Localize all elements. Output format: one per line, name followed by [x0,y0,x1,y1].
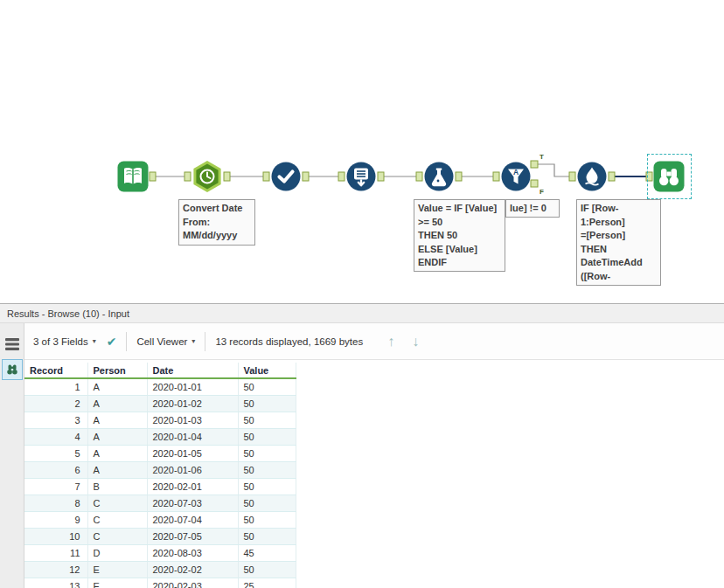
table-row[interactable]: 13E2020-02-0325 [24,578,296,588]
rows-icon [5,338,19,350]
record-cell[interactable]: 13 [24,578,87,588]
table-cell[interactable]: A [87,446,147,462]
table-cell[interactable]: E [87,578,147,588]
table-cell[interactable]: A [87,429,147,446]
filter-false-output-label: F [540,188,544,196]
table-row[interactable]: 5A2020-01-0550 [24,446,296,462]
results-sidebar [0,323,24,588]
workflow-canvas[interactable]: T F [0,0,724,303]
svg-text:A: A [513,168,519,176]
column-header-date[interactable]: Date [147,363,238,378]
table-cell[interactable]: 50 [238,495,296,512]
tool-filter[interactable]: A [500,161,532,192]
table-cell[interactable]: 2020-02-03 [147,578,238,588]
table-cell[interactable]: 50 [238,529,296,545]
table-cell[interactable]: 2020-01-06 [147,462,238,479]
table-cell[interactable]: 2020-08-03 [147,545,238,562]
fields-dropdown[interactable]: 3 of 3 Fields ▾ [33,336,96,347]
record-cell[interactable]: 6 [24,462,87,479]
tool-sort[interactable] [345,161,377,192]
record-cell[interactable]: 2 [24,396,87,412]
table-cell[interactable]: 2020-01-04 [147,429,238,446]
table-cell[interactable]: E [87,562,147,578]
table-cell[interactable]: 50 [238,378,296,396]
table-row[interactable]: 9C2020-07-0450 [24,512,296,529]
scroll-down-button[interactable]: ↓ [412,334,419,349]
table-cell[interactable]: A [87,412,147,429]
table-row[interactable]: 6A2020-01-0650 [24,462,296,479]
table-cell[interactable]: 50 [238,396,296,412]
multi-row-formula-annotation[interactable]: IF [Row-1:Person] =[Person] THEN DateTim… [576,199,661,286]
tool-input-data[interactable] [117,161,149,192]
apply-check-icon[interactable]: ✔ [107,335,117,349]
table-row[interactable]: 12E2020-02-0250 [24,562,296,578]
column-header-record[interactable]: Record [24,363,87,378]
column-header-person[interactable]: Person [87,363,147,378]
cell-viewer-dropdown[interactable]: Cell Viewer ▾ [136,336,195,347]
datetime-annotation[interactable]: Convert Date From: MM/dd/yyyy [178,199,255,246]
table-cell[interactable]: 2020-01-02 [147,396,238,412]
table-cell[interactable]: 2020-01-05 [147,446,238,462]
multi-row-formula-droplet-icon [576,161,608,192]
table-cell[interactable]: C [87,512,147,529]
scroll-up-button[interactable]: ↑ [387,334,394,349]
filter-annotation[interactable]: lue] != 0 [505,199,560,218]
record-cell[interactable]: 4 [24,429,87,446]
table-cell[interactable]: 45 [238,545,296,562]
table-cell[interactable]: A [87,378,147,396]
table-cell[interactable]: 25 [238,578,296,588]
table-row[interactable]: 1A2020-01-0150 [24,378,296,396]
table-cell[interactable]: 2020-07-03 [147,495,238,512]
table-cell[interactable]: 2020-01-03 [147,412,238,429]
record-cell[interactable]: 8 [24,495,87,512]
table-cell[interactable]: 50 [238,446,296,462]
table-cell[interactable]: C [87,529,147,545]
column-header-value[interactable]: Value [238,363,296,378]
table-row[interactable]: 4A2020-01-0450 [24,429,296,446]
table-row[interactable]: 2A2020-01-0250 [24,396,296,412]
table-cell[interactable]: 50 [238,412,296,429]
datetime-clock-icon [190,159,225,194]
record-cell[interactable]: 3 [24,412,87,429]
table-cell[interactable]: 2020-07-04 [147,512,238,529]
tool-multi-row-formula[interactable] [576,161,608,192]
table-cell[interactable]: 50 [238,512,296,529]
filter-true-output-label: T [540,153,544,161]
table-cell[interactable]: D [87,545,147,562]
browse-view-button[interactable] [2,359,23,380]
table-cell[interactable]: B [87,479,147,495]
table-cell[interactable]: 50 [238,562,296,578]
formula-flask-icon [423,161,455,192]
table-row[interactable]: 8C2020-07-0350 [24,495,296,512]
record-cell[interactable]: 12 [24,562,87,578]
record-cell[interactable]: 1 [24,378,87,396]
tool-formula[interactable] [423,161,455,192]
record-cell[interactable]: 11 [24,545,87,562]
record-cell[interactable]: 7 [24,479,87,495]
record-cell[interactable]: 10 [24,529,87,545]
table-row[interactable]: 10C2020-07-0550 [24,529,296,545]
table-cell[interactable]: 50 [238,429,296,446]
tool-select[interactable] [270,161,302,192]
input-data-book-icon [117,161,149,192]
table-view-button[interactable] [2,334,23,355]
table-cell[interactable]: 50 [238,462,296,479]
formula-annotation[interactable]: Value = IF [Value] >= 50 THEN 50 ELSE [V… [414,199,505,272]
record-cell[interactable]: 5 [24,446,87,462]
table-cell[interactable]: 2020-01-01 [147,378,238,396]
table-row[interactable]: 7B2020-02-0150 [24,479,296,495]
cell-viewer-label: Cell Viewer [136,336,187,347]
tool-datetime[interactable] [190,159,225,194]
table-cell[interactable]: A [87,462,147,479]
binoculars-icon [4,362,20,377]
table-cell[interactable]: C [87,495,147,512]
table-row[interactable]: 11D2020-08-0345 [24,545,296,562]
record-cell[interactable]: 9 [24,512,87,529]
table-cell[interactable]: 2020-07-05 [147,529,238,545]
table-cell[interactable]: A [87,396,147,412]
table-cell[interactable]: 50 [238,479,296,495]
table-cell[interactable]: 2020-02-02 [147,562,238,578]
table-cell[interactable]: 2020-02-01 [147,479,238,495]
table-row[interactable]: 3A2020-01-0350 [24,412,296,429]
fields-dropdown-label: 3 of 3 Fields [33,336,88,347]
